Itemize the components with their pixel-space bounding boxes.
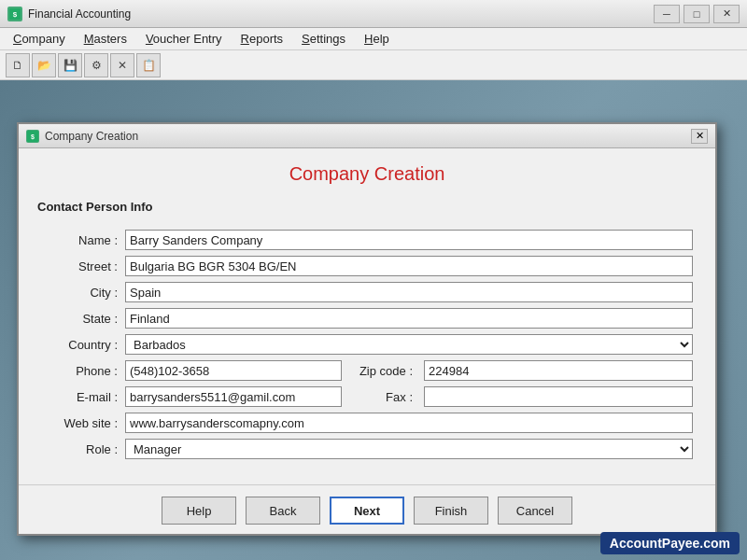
menu-settings[interactable]: Settings bbox=[292, 30, 355, 48]
menu-reports[interactable]: Reports bbox=[232, 30, 293, 48]
state-label: State : bbox=[37, 305, 121, 331]
menu-bar: Company Masters Voucher Entry Reports Se… bbox=[0, 28, 747, 50]
zipcode-input-cell bbox=[420, 357, 697, 384]
street-input-cell bbox=[121, 253, 697, 279]
street-input[interactable] bbox=[125, 256, 693, 276]
close-button[interactable]: ✕ bbox=[713, 5, 740, 23]
role-label: Role : bbox=[37, 436, 121, 462]
phone-zip-row: Phone : Zip code : bbox=[37, 357, 697, 384]
website-row: Web site : bbox=[37, 410, 697, 436]
finish-button[interactable]: Finish bbox=[414, 497, 488, 525]
svg-text:$: $ bbox=[13, 10, 18, 19]
app-window: $ Financial Accounting ─ □ ✕ Company Mas… bbox=[0, 0, 747, 560]
dialog-footer: Help Back Next Finish Cancel bbox=[19, 484, 715, 534]
zipcode-input[interactable] bbox=[424, 360, 693, 381]
phone-input-cell bbox=[121, 357, 345, 384]
dialog-icon: $ bbox=[26, 130, 39, 143]
dialog-heading: Company Creation bbox=[37, 163, 697, 185]
next-button[interactable]: Next bbox=[330, 497, 404, 525]
country-select[interactable]: Barbados United States United Kingdom Ca… bbox=[125, 334, 693, 355]
cancel-button[interactable]: Cancel bbox=[498, 497, 572, 525]
menu-help[interactable]: Help bbox=[355, 30, 399, 48]
company-creation-dialog: $ Company Creation ✕ Company Creation Co… bbox=[17, 122, 717, 536]
name-label: Name : bbox=[37, 227, 121, 253]
dialog-title: Company Creation bbox=[45, 130, 691, 143]
menu-masters[interactable]: Masters bbox=[75, 30, 136, 48]
name-input-cell bbox=[121, 227, 697, 253]
role-select[interactable]: Manager Owner Director Accountant bbox=[125, 439, 693, 459]
city-input[interactable] bbox=[125, 282, 693, 302]
name-input[interactable] bbox=[125, 230, 693, 250]
country-row: Country : Barbados United States United … bbox=[37, 331, 697, 357]
menu-company[interactable]: Company bbox=[4, 30, 75, 48]
email-fax-row: E-mail : Fax : bbox=[37, 384, 697, 410]
app-icon: $ bbox=[7, 7, 22, 21]
email-label: E-mail : bbox=[37, 384, 121, 410]
watermark: AccountPayee.com bbox=[600, 532, 740, 554]
toolbar-clipboard[interactable]: 📋 bbox=[136, 53, 161, 77]
svg-text:$: $ bbox=[31, 133, 35, 141]
street-label: Street : bbox=[37, 253, 121, 279]
email-input[interactable] bbox=[125, 386, 342, 407]
state-input-cell bbox=[121, 305, 697, 331]
role-select-cell: Manager Owner Director Accountant bbox=[121, 436, 697, 462]
maximize-button[interactable]: □ bbox=[684, 5, 710, 23]
fax-label: Fax : bbox=[345, 384, 420, 410]
zipcode-label: Zip code : bbox=[345, 357, 420, 384]
toolbar: 🗋 📂 💾 ⚙ ✕ 📋 bbox=[0, 50, 747, 80]
website-input[interactable] bbox=[125, 413, 693, 433]
main-area: $ Company Creation ✕ Company Creation Co… bbox=[0, 80, 747, 560]
phone-input[interactable] bbox=[125, 360, 342, 381]
phone-label: Phone : bbox=[37, 357, 121, 384]
section-contact-info: Contact Person Info bbox=[37, 198, 697, 216]
country-select-cell: Barbados United States United Kingdom Ca… bbox=[121, 331, 697, 357]
help-button[interactable]: Help bbox=[162, 497, 236, 525]
toolbar-new[interactable]: 🗋 bbox=[6, 53, 30, 77]
city-row: City : bbox=[37, 279, 697, 305]
fax-input-cell bbox=[420, 384, 697, 410]
dialog-close-button[interactable]: ✕ bbox=[691, 129, 708, 144]
fax-input[interactable] bbox=[424, 386, 693, 407]
state-input[interactable] bbox=[125, 308, 693, 329]
website-label: Web site : bbox=[37, 410, 121, 436]
title-bar: $ Financial Accounting ─ □ ✕ bbox=[0, 0, 747, 28]
street-row: Street : bbox=[37, 253, 697, 279]
menu-voucher-entry[interactable]: Voucher Entry bbox=[136, 30, 232, 48]
city-input-cell bbox=[121, 279, 697, 305]
state-row: State : bbox=[37, 305, 697, 331]
form-table: Name : Street : City : bbox=[37, 227, 697, 462]
role-row: Role : Manager Owner Director Accountant bbox=[37, 436, 697, 462]
toolbar-save[interactable]: 💾 bbox=[58, 53, 82, 77]
dialog-titlebar: $ Company Creation ✕ bbox=[19, 124, 715, 148]
toolbar-delete[interactable]: ✕ bbox=[110, 53, 134, 77]
website-input-cell bbox=[121, 410, 697, 436]
city-label: City : bbox=[37, 279, 121, 305]
email-input-cell bbox=[121, 384, 345, 410]
toolbar-open[interactable]: 📂 bbox=[32, 53, 56, 77]
country-label: Country : bbox=[37, 331, 121, 357]
toolbar-settings[interactable]: ⚙ bbox=[84, 53, 108, 77]
app-title: Financial Accounting bbox=[28, 7, 654, 21]
back-button[interactable]: Back bbox=[246, 497, 320, 525]
name-row: Name : bbox=[37, 227, 697, 253]
minimize-button[interactable]: ─ bbox=[654, 5, 680, 23]
dialog-content: Company Creation Contact Person Info Nam… bbox=[19, 148, 715, 477]
window-controls: ─ □ ✕ bbox=[654, 5, 740, 23]
